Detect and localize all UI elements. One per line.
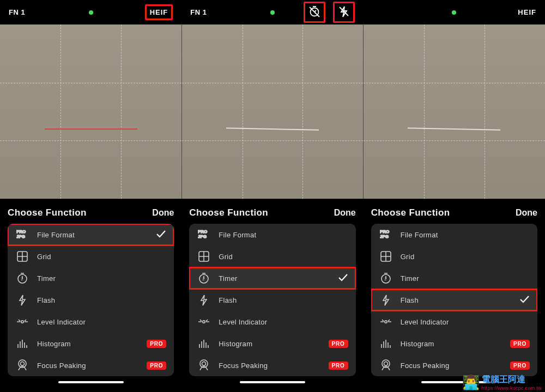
sheet-title: Choose Function [189, 207, 268, 218]
level-indicator-line [45, 128, 137, 130]
function-row-timer[interactable]: Timer [371, 267, 537, 289]
function-row-label: Grid [219, 253, 233, 261]
phone-screenshot: FN 1HEIFChoose FunctionDoneFile FormatGr… [0, 0, 181, 392]
top-status-bar: FN 1HEIF [0, 0, 181, 24]
level-indicator-icon [197, 316, 211, 328]
function-row-label: Focus Peaking [401, 362, 450, 370]
heif-indicator[interactable]: HEIF [145, 4, 173, 20]
function-list: File FormatGridTimerFlashLevel Indicator… [8, 224, 174, 376]
done-button[interactable]: Done [334, 208, 356, 218]
timer-icon [379, 272, 393, 284]
function-row-label: Histogram [37, 340, 71, 348]
pro-badge: PRO [147, 340, 166, 348]
function-row-timer[interactable]: Timer [8, 267, 174, 289]
camera-viewfinder[interactable] [181, 24, 363, 199]
function-row-file-format[interactable]: File Format [8, 224, 174, 246]
fn-label: FN 1 [190, 8, 207, 16]
top-status-bar: FN 1 [181, 0, 363, 24]
histogram-icon [197, 338, 211, 350]
level-indicator-icon [15, 316, 29, 328]
function-row-flash[interactable]: Flash [189, 289, 355, 311]
function-row-label: Level Indicator [37, 318, 86, 326]
file-format-icon [379, 229, 393, 241]
phone-screenshot: HEIFChoose FunctionDoneFile FormatGridTi… [364, 0, 545, 392]
function-row-flash[interactable]: Flash [371, 289, 537, 311]
check-icon [519, 294, 530, 307]
function-row-focus-peaking[interactable]: Focus PeakingPRO [189, 354, 355, 376]
histogram-icon [15, 338, 29, 350]
check-icon [337, 272, 348, 285]
sheet-title: Choose Function [8, 207, 87, 218]
flash-icon [379, 294, 393, 306]
function-row-label: Timer [401, 274, 419, 283]
function-row-focus-peaking[interactable]: Focus PeakingPRO [371, 354, 537, 376]
function-row-label: Flash [37, 296, 55, 304]
flash-icon [197, 294, 211, 306]
pro-badge: PRO [329, 362, 348, 370]
function-list: File FormatGridTimerFlashLevel Indicator… [189, 224, 355, 376]
function-row-label: Focus Peaking [37, 362, 86, 370]
camera-viewfinder[interactable] [0, 24, 181, 199]
flash-icon [15, 294, 29, 306]
choose-function-sheet: Choose FunctionDoneFile FormatGridTimerF… [181, 199, 363, 392]
level-dot-icon [452, 10, 456, 15]
function-row-histogram[interactable]: HistogramPRO [8, 333, 174, 354]
watermark: 👨‍💻 電腦王阿達https://www.kocpc.com.tw [462, 374, 542, 391]
function-row-level-indicator[interactable]: Level Indicator [189, 311, 355, 333]
pro-badge: PRO [510, 340, 530, 348]
done-button[interactable]: Done [516, 208, 537, 218]
function-row-grid[interactable]: Grid [189, 246, 355, 267]
function-row-label: File Format [219, 231, 256, 239]
file-format-icon [197, 229, 211, 241]
camera-viewfinder[interactable] [364, 24, 545, 199]
home-indicator[interactable] [240, 381, 305, 383]
function-row-label: Flash [219, 296, 237, 304]
function-row-grid[interactable]: Grid [371, 246, 537, 267]
function-row-flash[interactable]: Flash [8, 289, 174, 311]
function-row-label: Focus Peaking [219, 362, 268, 370]
timer-off-icon[interactable] [304, 2, 325, 23]
level-indicator-icon [379, 316, 393, 328]
function-row-level-indicator[interactable]: Level Indicator [8, 311, 174, 333]
phone-screenshot: FN 1Choose FunctionDoneFile FormatGridTi… [181, 0, 363, 392]
top-status-bar: HEIF [364, 0, 545, 24]
sheet-title: Choose Function [371, 207, 450, 218]
choose-function-sheet: Choose FunctionDoneFile FormatGridTimerF… [364, 199, 545, 392]
function-row-label: Histogram [219, 340, 252, 348]
function-row-histogram[interactable]: HistogramPRO [371, 333, 537, 354]
function-row-label: Timer [219, 274, 237, 283]
grid-icon [197, 250, 211, 262]
function-row-focus-peaking[interactable]: Focus PeakingPRO [8, 354, 174, 376]
timer-icon [15, 272, 29, 284]
function-row-file-format[interactable]: File Format [371, 224, 537, 246]
done-button[interactable]: Done [152, 208, 174, 218]
pro-badge: PRO [329, 340, 348, 348]
function-row-timer[interactable]: Timer [189, 267, 355, 289]
level-dot-icon [270, 10, 275, 15]
function-row-label: Timer [37, 274, 56, 283]
function-row-histogram[interactable]: HistogramPRO [189, 333, 355, 354]
function-list: File FormatGridTimerFlashLevel Indicator… [371, 224, 537, 376]
function-row-level-indicator[interactable]: Level Indicator [371, 311, 537, 333]
focus-peaking-icon [379, 359, 393, 371]
histogram-icon [379, 338, 393, 350]
function-row-grid[interactable]: Grid [8, 246, 174, 267]
file-format-icon [15, 229, 29, 241]
grid-icon [15, 250, 29, 262]
function-row-label: Flash [401, 296, 419, 304]
function-row-label: File Format [37, 231, 75, 239]
function-row-label: File Format [401, 231, 438, 239]
function-row-file-format[interactable]: File Format [189, 224, 355, 246]
focus-peaking-icon [197, 359, 211, 371]
flash-off-icon[interactable] [333, 2, 355, 23]
heif-indicator[interactable]: HEIF [518, 8, 536, 16]
function-row-label: Level Indicator [401, 318, 449, 326]
check-icon [155, 229, 166, 241]
home-indicator[interactable] [58, 381, 124, 383]
function-row-label: Grid [401, 253, 415, 261]
pro-badge: PRO [147, 362, 166, 370]
function-row-label: Histogram [401, 340, 434, 348]
fn-label: FN 1 [9, 8, 25, 16]
level-indicator-line [408, 127, 500, 131]
choose-function-sheet: Choose FunctionDoneFile FormatGridTimerF… [0, 199, 181, 392]
